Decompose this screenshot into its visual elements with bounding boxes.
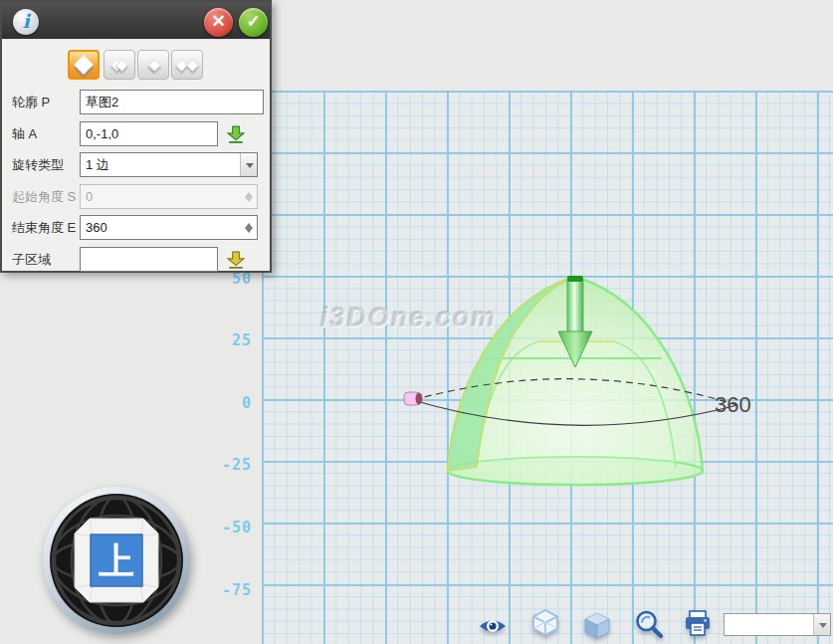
wireframe-cube-icon[interactable]: [530, 607, 560, 637]
view-select-combobox[interactable]: [724, 613, 831, 636]
modeling-viewport[interactable]: [262, 91, 833, 644]
axis-label: 轴 A: [12, 121, 78, 146]
zoom-icon[interactable]: [634, 609, 664, 639]
axis-tick-25: 25: [189, 331, 252, 349]
start-angle-spinner: 0: [80, 184, 258, 209]
revolve-type-value: 1 边: [86, 157, 109, 172]
axis-tick-n50: -50: [189, 519, 252, 537]
view-cube-widget[interactable]: 上: [41, 485, 192, 636]
revolve-type-combobox[interactable]: 1 边: [80, 152, 258, 177]
view-cube-face-label: 上: [99, 540, 134, 581]
profile-input[interactable]: [80, 90, 264, 114]
profile-label: 轮廓 P: [12, 90, 78, 114]
revolve-dialog: i ✕ ✓ 轮廓 P 轴 A 旋转类型: [0, 0, 272, 273]
watermark: i3DOne.com: [320, 303, 498, 333]
revolve-symmetric-icon[interactable]: [137, 50, 169, 80]
print-icon[interactable]: [683, 609, 713, 639]
cancel-button[interactable]: ✕: [204, 8, 233, 37]
start-angle-value: 0: [86, 189, 93, 204]
revolve-type-label: 旋转类型: [12, 152, 78, 177]
revolve-split-icon[interactable]: [171, 50, 203, 80]
axis-tick-n75: -75: [189, 581, 252, 599]
subregion-input[interactable]: [80, 247, 218, 272]
revolve-one-side-icon[interactable]: [68, 50, 100, 80]
spinner-arrows-icon: [243, 187, 255, 207]
chevron-down-icon[interactable]: [813, 614, 830, 635]
olive-pick-arrow-icon[interactable]: [227, 251, 245, 269]
chevron-down-icon[interactable]: [240, 153, 257, 176]
axis-tick-0: 0: [189, 394, 252, 412]
eye-icon[interactable]: [478, 610, 508, 640]
axis-tick-n25: -25: [189, 456, 252, 474]
end-angle-spinner[interactable]: 360: [80, 215, 258, 240]
green-pick-arrow-icon[interactable]: [227, 125, 245, 143]
revolve-mode-row: [2, 48, 270, 82]
revolve-two-side-icon[interactable]: [104, 50, 135, 80]
subregion-label: 子区域: [12, 247, 78, 272]
spinner-arrows-icon[interactable]: [243, 218, 255, 238]
start-angle-label: 起始角度 S: [12, 184, 78, 209]
shaded-cube-icon[interactable]: [582, 610, 612, 640]
confirm-button[interactable]: ✓: [239, 8, 268, 37]
info-icon[interactable]: i: [13, 9, 39, 35]
end-angle-value: 360: [86, 220, 107, 235]
end-angle-label: 结束角度 E: [12, 215, 78, 240]
dialog-titlebar: i ✕ ✓: [2, 2, 270, 40]
axis-input[interactable]: [80, 121, 218, 146]
